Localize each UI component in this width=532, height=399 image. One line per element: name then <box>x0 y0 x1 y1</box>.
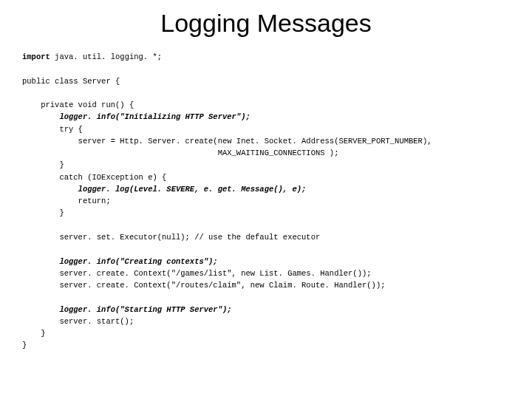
code-line-3: private void run() { <box>22 100 134 109</box>
code-line-16: server. create. Context("/routes/claim",… <box>22 281 385 290</box>
code-line-15: server. create. Context("/games/list", n… <box>22 269 372 278</box>
code-line-19: } <box>22 329 46 338</box>
code-line-11: return; <box>22 197 111 205</box>
code-line-18: server. start(); <box>22 317 134 326</box>
code-line-7: MAX_WAITING_CONNECTIONS ); <box>22 149 338 157</box>
code-line-9: catch (IOException e) { <box>22 173 166 182</box>
code-line-5: try { <box>22 125 83 134</box>
code-line-14: logger. info("Creating contexts"); <box>22 257 218 266</box>
code-line-6: server = Http. Server. create(new Inet. … <box>22 137 432 146</box>
code-line-4: logger. info("Initializing HTTP Server")… <box>22 112 250 121</box>
code-line-10: logger. log(Level. SEVERE, e. get. Messa… <box>22 185 306 194</box>
code-keyword-import: import <box>22 52 50 61</box>
code-line-17: logger. info("Starting HTTP Server"); <box>22 305 232 314</box>
code-line-8: } <box>22 160 64 169</box>
code-line-2: public class Server { <box>22 77 120 86</box>
code-line-12: } <box>22 208 64 217</box>
slide: Logging Messages import java. util. logg… <box>0 0 532 399</box>
code-line-13: server. set. Executor(null); // use the … <box>22 233 320 242</box>
code-line-20: } <box>22 341 27 349</box>
code-block: import java. util. logging. *; public cl… <box>22 51 510 352</box>
code-line-1-rest: java. util. logging. *; <box>50 52 162 61</box>
slide-title: Logging Messages <box>22 9 510 38</box>
